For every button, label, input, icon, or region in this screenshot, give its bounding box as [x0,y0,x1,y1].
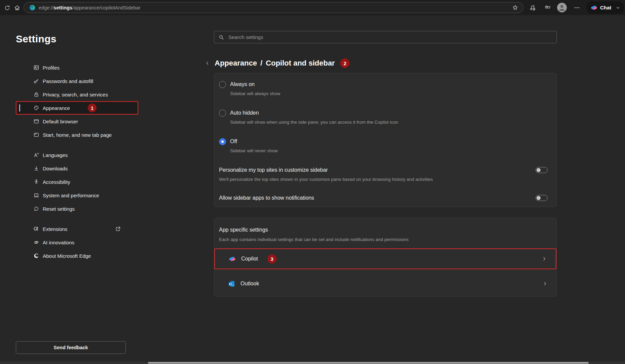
more-icon [574,4,580,11]
horizontal-scrollbar-thumb[interactable] [148,362,589,364]
horizontal-scrollbar-track[interactable] [0,362,625,364]
edge-settings-window: edge://settings/appearance/copilotAndSid… [0,0,625,364]
settings-sidebar: Settings Profiles Passwords and autofill… [16,33,160,262]
new-tab-window-icon [33,132,39,138]
personalize-top-sites-toggle[interactable] [536,167,548,173]
radio-option-auto-hidden[interactable]: Auto hidden Sidebar will show when using… [219,109,550,126]
home-icon [14,4,21,11]
sidebar-item-system-performance[interactable]: System and performance [16,189,138,202]
sidebar-item-label: About Microsoft Edge [43,253,91,259]
search-input[interactable] [228,34,552,40]
toggle-label: Allow sidebar apps to show notifications [219,194,314,202]
sidebar-item-label: Extensions [43,226,67,232]
option-description: Sidebar will never show [230,148,278,154]
sidebar-item-accessibility[interactable]: Accessibility [16,175,138,189]
browser-window-icon [33,118,39,124]
edge-logo-icon [33,253,39,259]
favorites-button[interactable] [543,3,553,13]
laptop-icon [33,192,39,198]
sidebar-item-ai-innovations[interactable]: AI innovations [16,236,138,249]
profile-avatar[interactable] [557,3,567,12]
sidebar-visibility-card: Always on Sidebar will always show Auto … [214,73,557,207]
edge-favicon [29,5,35,11]
sidebar-item-privacy[interactable]: Privacy, search, and services [16,88,138,101]
settings-search[interactable] [214,31,557,43]
annotation-badge-1: 1 [88,104,97,112]
toggle-row-personalize-top-sites: Personalize my top sites in customize si… [219,166,550,183]
page-title: Settings [16,33,160,45]
sidebar-nav: Profiles Passwords and autofill Privacy,… [16,61,160,262]
option-description: Sidebar will show when using the side pa… [230,119,398,126]
sidebar-item-passwords[interactable]: Passwords and autofill [16,74,138,88]
chevron-left-icon [205,60,210,66]
reload-button[interactable] [2,3,12,13]
palette-icon [33,105,39,111]
toggle-knob [537,196,541,200]
copilot-logo-icon [590,4,597,11]
browser-essentials-button[interactable] [527,3,538,13]
radio-option-off[interactable]: Off Sidebar will never show [219,138,550,154]
app-specific-settings-card: App specific settings Each app contains … [214,218,557,296]
sidebar-item-languages[interactable]: Languages [16,148,138,162]
sidebar-item-extensions[interactable]: Extensions [16,222,138,236]
breadcrumb: Appearance/Copilot and sidebar 2 [205,57,350,69]
radio-option-always-on[interactable]: Always on Sidebar will always show [219,81,550,97]
chat-label: Chat [600,5,611,10]
radio-checked[interactable] [219,138,226,145]
avatar-icon [557,3,567,12]
ai-innovations-icon [33,239,39,245]
radio-unchecked[interactable] [219,110,226,117]
option-label: Off [230,138,278,145]
sidebar-notifications-toggle[interactable] [536,195,548,201]
annotation-badge-2: 2 [340,58,350,68]
sidebar-item-label: Languages [43,152,68,158]
app-label: Copilot [241,256,258,262]
outlook-app-icon [228,280,235,287]
option-description: Sidebar will always show [230,90,280,97]
settings-and-more-button[interactable] [572,3,582,13]
home-button[interactable] [12,3,22,13]
page-heading: Appearance/Copilot and sidebar [215,59,335,68]
sidebar-item-label: Start, home, and new tab page [43,132,112,138]
sidebar-item-appearance[interactable]: Appearance 1 [16,101,138,115]
address-bar[interactable]: edge://settings/appearance/copilotAndSid… [24,2,523,13]
sidebar-item-about-edge[interactable]: About Microsoft Edge [16,249,138,262]
profiles-icon [33,65,39,71]
app-label: Outlook [241,281,259,287]
app-row-copilot[interactable]: Copilot 3 [214,248,556,269]
app-rows: Copilot 3 Outlook [214,248,556,294]
toggle-label: Personalize my top sites in customize si… [219,166,433,174]
sidebar-item-default-browser[interactable]: Default browser [16,115,138,128]
app-settings-title: App specific settings [219,226,552,234]
sidebar-item-label: Appearance [43,105,70,111]
puzzle-icon [33,226,39,232]
sidebar-item-reset-settings[interactable]: Reset settings [16,202,138,215]
toggle-knob [537,168,541,172]
copilot-chat-button[interactable]: Chat [586,1,624,14]
sidebar-item-label: Reset settings [43,206,75,212]
option-label: Always on [230,81,280,88]
sidebar-item-start-home-newtab[interactable]: Start, home, and new tab page [16,128,138,141]
favorites-list-icon [544,4,551,11]
chevron-down-icon[interactable] [615,5,621,10]
app-row-outlook[interactable]: Outlook [214,273,556,294]
external-link-icon [115,226,121,232]
chevron-right-icon [542,256,547,261]
option-label: Auto hidden [230,109,398,117]
lock-icon [33,91,39,97]
sidebar-item-downloads[interactable]: Downloads [16,162,138,175]
send-feedback-button[interactable]: Send feedback [16,341,126,354]
sidebar-item-profiles[interactable]: Profiles [16,61,138,74]
browser-toolbar: edge://settings/appearance/copilotAndSid… [0,0,625,15]
sidebar-item-label: Profiles [43,65,60,71]
chevron-right-icon [542,281,548,286]
copilot-app-icon [228,255,236,262]
sidebar-item-label: Downloads [43,166,68,171]
back-button[interactable] [205,60,211,66]
app-settings-description: Each app contains individual settings th… [219,236,552,243]
sidebar-item-label: Privacy, search, and services [43,92,108,97]
favorite-star-icon[interactable] [512,4,518,11]
sidebar-item-label: Accessibility [43,179,70,185]
radio-unchecked[interactable] [219,81,226,88]
languages-icon [33,152,39,158]
